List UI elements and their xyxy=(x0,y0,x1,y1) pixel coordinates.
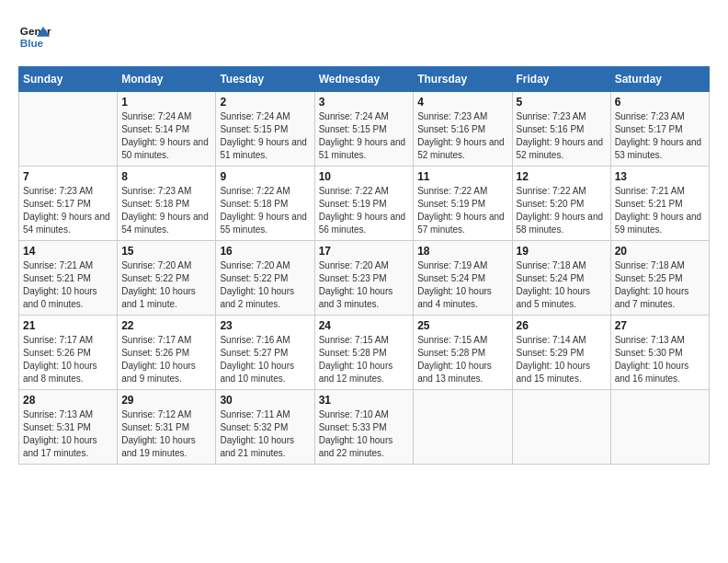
day-cell: 14Sunrise: 7:21 AMSunset: 5:21 PMDayligh… xyxy=(19,241,118,316)
day-number: 20 xyxy=(615,245,705,258)
header-tuesday: Tuesday xyxy=(216,67,314,92)
day-cell: 15Sunrise: 7:20 AMSunset: 5:22 PMDayligh… xyxy=(118,241,216,316)
header-saturday: Saturday xyxy=(610,67,709,92)
day-number: 19 xyxy=(517,245,607,258)
day-number: 10 xyxy=(319,170,410,183)
day-cell: 1Sunrise: 7:24 AMSunset: 5:14 PMDaylight… xyxy=(118,92,216,167)
day-number: 31 xyxy=(319,394,410,407)
day-cell: 11Sunrise: 7:22 AMSunset: 5:19 PMDayligh… xyxy=(414,167,512,241)
day-info: Sunrise: 7:21 AMSunset: 5:21 PMDaylight:… xyxy=(23,259,113,311)
day-cell: 9Sunrise: 7:22 AMSunset: 5:18 PMDaylight… xyxy=(216,167,314,241)
day-info: Sunrise: 7:22 AMSunset: 5:19 PMDaylight:… xyxy=(417,185,507,236)
day-number: 16 xyxy=(220,245,310,258)
day-info: Sunrise: 7:11 AMSunset: 5:32 PMDaylight:… xyxy=(220,408,310,460)
day-info: Sunrise: 7:23 AMSunset: 5:17 PMDaylight:… xyxy=(615,110,705,162)
day-cell: 21Sunrise: 7:17 AMSunset: 5:26 PMDayligh… xyxy=(19,316,118,390)
logo-icon: General Blue xyxy=(18,18,51,52)
page-header: General Blue xyxy=(18,18,710,52)
header-wednesday: Wednesday xyxy=(314,67,414,92)
week-row-5: 28Sunrise: 7:13 AMSunset: 5:31 PMDayligh… xyxy=(19,390,710,465)
day-info: Sunrise: 7:20 AMSunset: 5:22 PMDaylight:… xyxy=(121,259,211,311)
day-number: 27 xyxy=(615,319,705,332)
day-number: 24 xyxy=(319,319,410,332)
day-info: Sunrise: 7:17 AMSunset: 5:26 PMDaylight:… xyxy=(23,334,113,385)
day-number: 15 xyxy=(121,245,211,258)
day-info: Sunrise: 7:23 AMSunset: 5:17 PMDaylight:… xyxy=(23,185,113,236)
day-info: Sunrise: 7:20 AMSunset: 5:22 PMDaylight:… xyxy=(220,259,310,311)
day-cell xyxy=(19,92,118,167)
day-cell: 31Sunrise: 7:10 AMSunset: 5:33 PMDayligh… xyxy=(314,390,414,465)
svg-text:Blue: Blue xyxy=(20,37,44,49)
day-number: 11 xyxy=(417,170,507,183)
day-number: 29 xyxy=(121,394,211,407)
day-info: Sunrise: 7:16 AMSunset: 5:27 PMDaylight:… xyxy=(220,334,310,385)
day-info: Sunrise: 7:19 AMSunset: 5:24 PMDaylight:… xyxy=(417,259,507,311)
day-number: 1 xyxy=(121,96,211,109)
day-info: Sunrise: 7:22 AMSunset: 5:18 PMDaylight:… xyxy=(220,185,310,236)
day-number: 3 xyxy=(319,96,410,109)
day-cell: 28Sunrise: 7:13 AMSunset: 5:31 PMDayligh… xyxy=(19,390,118,465)
day-cell: 30Sunrise: 7:11 AMSunset: 5:32 PMDayligh… xyxy=(216,390,314,465)
calendar-header-row: SundayMondayTuesdayWednesdayThursdayFrid… xyxy=(19,67,710,92)
day-info: Sunrise: 7:17 AMSunset: 5:26 PMDaylight:… xyxy=(121,334,211,385)
day-number: 23 xyxy=(220,319,310,332)
day-cell: 6Sunrise: 7:23 AMSunset: 5:17 PMDaylight… xyxy=(610,92,709,167)
day-cell: 18Sunrise: 7:19 AMSunset: 5:24 PMDayligh… xyxy=(414,241,512,316)
day-number: 26 xyxy=(517,319,607,332)
calendar-table: SundayMondayTuesdayWednesdayThursdayFrid… xyxy=(18,66,710,465)
day-info: Sunrise: 7:10 AMSunset: 5:33 PMDaylight:… xyxy=(319,408,410,460)
day-info: Sunrise: 7:22 AMSunset: 5:19 PMDaylight:… xyxy=(319,185,410,236)
day-info: Sunrise: 7:24 AMSunset: 5:15 PMDaylight:… xyxy=(220,110,310,162)
day-cell: 5Sunrise: 7:23 AMSunset: 5:16 PMDaylight… xyxy=(512,92,610,167)
day-cell: 24Sunrise: 7:15 AMSunset: 5:28 PMDayligh… xyxy=(314,316,414,390)
day-info: Sunrise: 7:21 AMSunset: 5:21 PMDaylight:… xyxy=(615,185,705,236)
day-number: 14 xyxy=(23,245,113,258)
day-number: 18 xyxy=(417,245,507,258)
day-number: 25 xyxy=(417,319,507,332)
day-number: 22 xyxy=(121,319,211,332)
day-info: Sunrise: 7:23 AMSunset: 5:16 PMDaylight:… xyxy=(417,110,507,162)
day-info: Sunrise: 7:22 AMSunset: 5:20 PMDaylight:… xyxy=(517,185,607,236)
header-friday: Friday xyxy=(512,67,610,92)
day-info: Sunrise: 7:23 AMSunset: 5:16 PMDaylight:… xyxy=(517,110,607,162)
day-number: 4 xyxy=(417,96,507,109)
day-info: Sunrise: 7:14 AMSunset: 5:29 PMDaylight:… xyxy=(517,334,607,385)
day-info: Sunrise: 7:13 AMSunset: 5:31 PMDaylight:… xyxy=(23,408,113,460)
day-number: 13 xyxy=(615,170,705,183)
day-info: Sunrise: 7:15 AMSunset: 5:28 PMDaylight:… xyxy=(417,334,507,385)
day-cell: 22Sunrise: 7:17 AMSunset: 5:26 PMDayligh… xyxy=(118,316,216,390)
day-number: 12 xyxy=(517,170,607,183)
day-number: 7 xyxy=(23,170,113,183)
day-cell: 12Sunrise: 7:22 AMSunset: 5:20 PMDayligh… xyxy=(512,167,610,241)
day-cell: 13Sunrise: 7:21 AMSunset: 5:21 PMDayligh… xyxy=(610,167,709,241)
day-cell: 25Sunrise: 7:15 AMSunset: 5:28 PMDayligh… xyxy=(414,316,512,390)
day-info: Sunrise: 7:18 AMSunset: 5:25 PMDaylight:… xyxy=(615,259,705,311)
day-cell: 17Sunrise: 7:20 AMSunset: 5:23 PMDayligh… xyxy=(314,241,414,316)
day-info: Sunrise: 7:15 AMSunset: 5:28 PMDaylight:… xyxy=(319,334,410,385)
day-number: 17 xyxy=(319,245,410,258)
day-cell: 2Sunrise: 7:24 AMSunset: 5:15 PMDaylight… xyxy=(216,92,314,167)
day-info: Sunrise: 7:18 AMSunset: 5:24 PMDaylight:… xyxy=(517,259,607,311)
week-row-2: 7Sunrise: 7:23 AMSunset: 5:17 PMDaylight… xyxy=(19,167,710,241)
week-row-4: 21Sunrise: 7:17 AMSunset: 5:26 PMDayligh… xyxy=(19,316,710,390)
day-info: Sunrise: 7:24 AMSunset: 5:14 PMDaylight:… xyxy=(121,110,211,162)
day-cell: 4Sunrise: 7:23 AMSunset: 5:16 PMDaylight… xyxy=(414,92,512,167)
day-cell: 26Sunrise: 7:14 AMSunset: 5:29 PMDayligh… xyxy=(512,316,610,390)
day-number: 2 xyxy=(220,96,310,109)
day-cell: 10Sunrise: 7:22 AMSunset: 5:19 PMDayligh… xyxy=(314,167,414,241)
day-info: Sunrise: 7:12 AMSunset: 5:31 PMDaylight:… xyxy=(121,408,211,460)
header-sunday: Sunday xyxy=(19,67,118,92)
day-number: 28 xyxy=(23,394,113,407)
day-cell xyxy=(414,390,512,465)
day-info: Sunrise: 7:24 AMSunset: 5:15 PMDaylight:… xyxy=(319,110,410,162)
header-thursday: Thursday xyxy=(414,67,512,92)
day-cell: 3Sunrise: 7:24 AMSunset: 5:15 PMDaylight… xyxy=(314,92,414,167)
day-cell: 16Sunrise: 7:20 AMSunset: 5:22 PMDayligh… xyxy=(216,241,314,316)
day-info: Sunrise: 7:13 AMSunset: 5:30 PMDaylight:… xyxy=(615,334,705,385)
week-row-3: 14Sunrise: 7:21 AMSunset: 5:21 PMDayligh… xyxy=(19,241,710,316)
day-number: 8 xyxy=(121,170,211,183)
day-cell xyxy=(610,390,709,465)
day-cell: 19Sunrise: 7:18 AMSunset: 5:24 PMDayligh… xyxy=(512,241,610,316)
day-number: 5 xyxy=(517,96,607,109)
day-number: 21 xyxy=(23,319,113,332)
